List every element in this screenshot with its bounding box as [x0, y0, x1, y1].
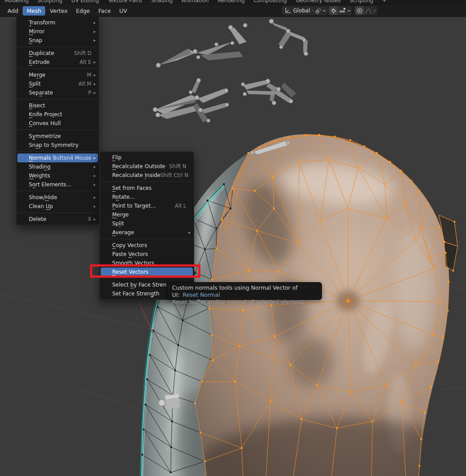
snap-increment-icon [339, 8, 346, 14]
menu-item-duplicate[interactable]: DuplicateShift D [17, 49, 98, 58]
header-menu-edge[interactable]: Edge [72, 6, 94, 16]
chevron-down-icon [373, 9, 376, 12]
workspace-tab-scripting[interactable]: Scripting [349, 0, 373, 4]
menu-item-label: Extrude [29, 59, 50, 65]
menu-item-label: Snap [29, 37, 42, 43]
proportional-editing-controls[interactable] [354, 6, 377, 15]
menu-item-label: Snap to Symmetry [29, 142, 78, 148]
workspace-tab-modeling[interactable]: Modeling [4, 0, 29, 4]
menu-item-copy-vectors[interactable]: Copy Vectors [101, 241, 193, 250]
menu-item-snap-to-symmetry[interactable]: Snap to Symmetry [17, 141, 98, 149]
proportional-falloff-icon [365, 8, 372, 14]
menu-item-label: Set from Faces [112, 185, 152, 191]
submenu-arrow-icon: ▸ [91, 182, 98, 187]
menu-separator [17, 45, 98, 49]
menu-item-label: Convex Hull [29, 120, 61, 126]
menu-item-transform[interactable]: Transform▸ [17, 18, 98, 27]
menu-item-label: Rotate... [112, 194, 135, 200]
snapping-controls[interactable] [328, 6, 352, 15]
workspace-tab-rendering[interactable]: Rendering [218, 0, 245, 4]
menu-item-label: Mirror [29, 28, 44, 35]
menu-item-flip[interactable]: Flip [101, 153, 193, 162]
menu-item-point-to-target[interactable]: Point to Target...Alt L [101, 201, 193, 210]
menu-separator [17, 97, 98, 101]
header-menu-add[interactable]: Add [4, 6, 22, 16]
submenu-arrow-icon: ▸ [91, 173, 98, 178]
header-menu-mesh[interactable]: Mesh [23, 6, 45, 16]
transform-orientation-icon [285, 8, 291, 14]
menu-item-separate[interactable]: SeparateP▸ [17, 88, 98, 97]
menu-item-label: Split [29, 81, 41, 87]
menu-item-shading[interactable]: Shading▸ [17, 162, 98, 171]
header-menu-uv[interactable]: UV [115, 6, 131, 16]
tooltip-description: Reset buffer and/or normal of selected e… [172, 299, 317, 306]
menu-separator [17, 67, 98, 71]
submenu-arrow-icon: ▸ [91, 195, 98, 200]
menu-item-label: Transform [29, 20, 55, 26]
add-workspace-button[interactable]: + [382, 0, 387, 4]
menu-item-weights[interactable]: Weights▸ [17, 171, 98, 180]
transform-orientation-value: Global [293, 8, 310, 14]
workspace-tab-uv-editing[interactable]: UV Editing [71, 0, 99, 4]
menu-item-symmetrize[interactable]: Symmetrize [17, 132, 98, 141]
workspace-tabs: ModelingSculptingUV EditingTexture Paint… [0, 0, 466, 4]
menu-item-knife-project[interactable]: Knife Project [17, 110, 98, 119]
pivot-point-dropdown[interactable] [313, 6, 328, 15]
menu-item-split[interactable]: Split [101, 219, 193, 228]
workspace-tab-sculpting[interactable]: Sculpting [38, 0, 63, 4]
menu-item-label: Duplicate [29, 50, 54, 56]
menu-item-show-hide[interactable]: Show/Hide▸ [17, 193, 98, 202]
proportional-editing-toggle[interactable] [355, 6, 364, 15]
workspace-tab-texture-paint[interactable]: Texture Paint [108, 0, 142, 4]
menu-item-paste-vectors[interactable]: Paste Vectors [101, 250, 193, 259]
snap-toggle[interactable] [329, 6, 338, 15]
workspace-tab-shading[interactable]: Shading [151, 0, 173, 4]
menu-item-normals[interactable]: NormalsButton4 Mouse▸ [17, 153, 98, 162]
menu-item-merge[interactable]: MergeM▸ [17, 71, 98, 79]
submenu-arrow-icon: ▸ [91, 38, 98, 43]
menu-item-label: Delete [29, 216, 46, 222]
menu-separator [17, 128, 98, 132]
pivot-point-icon [315, 8, 321, 14]
menu-item-split[interactable]: SplitAlt M▸ [17, 79, 98, 88]
menu-item-merge[interactable]: Merge [101, 210, 193, 219]
submenu-arrow-icon: ▸ [91, 29, 98, 34]
menu-item-set-from-faces[interactable]: Set from Faces [101, 184, 193, 193]
menu-item-label: Paste Vectors [112, 251, 148, 257]
menu-item-bisect[interactable]: Bisect [17, 101, 98, 110]
menu-item-delete[interactable]: DeleteX▸ [17, 215, 98, 224]
menu-item-shortcut: Shift Ctrl N [161, 172, 188, 178]
menu-item-snap[interactable]: Snap▸ [17, 36, 98, 45]
header-menu-face[interactable]: Face [94, 6, 115, 16]
menu-item-recalculate-inside[interactable]: Recalculate InsideShift Ctrl N [101, 171, 193, 180]
menu-item-label: Knife Project [29, 111, 62, 118]
submenu-arrow-icon: ▸ [186, 230, 193, 235]
header-menus: AddMeshVertexEdgeFaceUV [0, 5, 466, 16]
menu-item-clean-up[interactable]: Clean Up▸ [17, 202, 98, 211]
workspace-tab-compositing[interactable]: Compositing [254, 0, 287, 4]
menu-item-label: Recalculate Outside [112, 163, 165, 169]
menu-item-average[interactable]: Average▸ [101, 228, 193, 237]
header-menu-vertex[interactable]: Vertex [46, 6, 71, 16]
menu-item-shortcut: M [87, 72, 91, 78]
workspace-tab-geometry-nodes[interactable]: Geometry Nodes [296, 0, 341, 4]
menu-item-recalculate-outside[interactable]: Recalculate OutsideShift N [101, 162, 193, 171]
snap-magnet-icon [330, 8, 337, 14]
menu-item-label: Merge [112, 212, 129, 218]
submenu-arrow-icon: ▸ [91, 217, 98, 221]
menu-item-shortcut: Shift N [169, 163, 186, 169]
menu-item-rotate[interactable]: Rotate... [101, 193, 193, 201]
menu-item-mirror[interactable]: Mirror▸ [17, 27, 98, 36]
menu-item-convex-hull[interactable]: Convex Hull [17, 119, 98, 128]
menu-item-shortcut: Button4 Mouse [53, 155, 91, 161]
menu-item-sort-elements[interactable]: Sort Elements...▸ [17, 180, 98, 189]
menu-item-label: Show/Hide [29, 194, 57, 201]
menu-item-label: Shading [29, 164, 51, 170]
menu-item-extrude[interactable]: ExtrudeAlt E▸ [17, 58, 98, 67]
menu-item-label: Flip [112, 154, 121, 161]
menu-separator [100, 237, 193, 241]
workspace-tab-animation[interactable]: Animation [181, 0, 208, 4]
menu-item-label: Point to Target... [112, 203, 156, 209]
submenu-arrow-icon: ▸ [91, 90, 98, 95]
menu-item-label: Weights [29, 173, 50, 179]
